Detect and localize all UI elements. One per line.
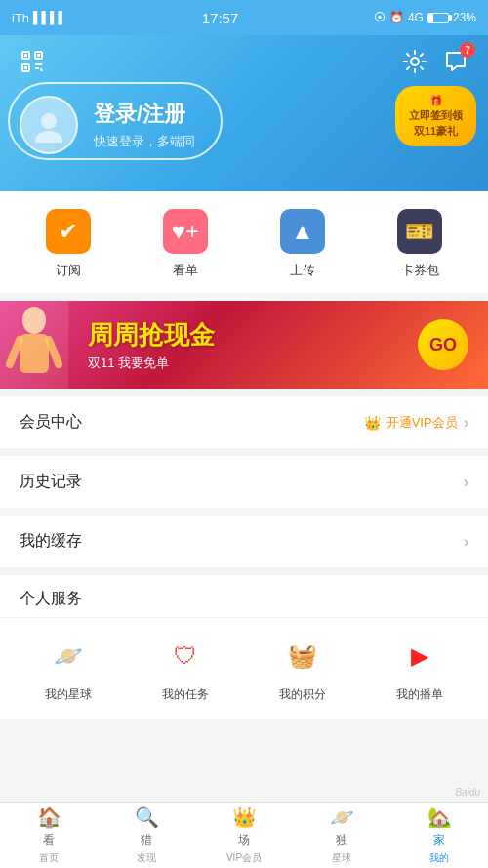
home-nav-icon: 🏠 <box>37 806 61 829</box>
vip-action-link[interactable]: 开通VIP会员 <box>386 414 458 432</box>
cache-label: 我的缓存 <box>20 531 82 552</box>
watchlist-icon: ♥+ <box>163 209 208 254</box>
action-subscribe[interactable]: ✔ 订阅 <box>46 209 91 279</box>
task-icon: 🛡 <box>163 634 208 679</box>
crown-icon: 👑 <box>364 415 381 431</box>
svg-rect-3 <box>24 54 27 57</box>
bottom-nav: 🏠 看 首页 🔍 猎 发现 👑 场 VIP会员 🪐 独 星球 🏡 家 我的 <box>0 802 488 868</box>
login-title: 登录/注册 <box>94 100 195 129</box>
planet-label: 我的星球 <box>45 686 92 703</box>
menu-section-cache: 我的缓存 › <box>0 516 488 567</box>
network-label: 4G <box>408 11 424 24</box>
settings-button[interactable] <box>398 45 431 78</box>
nav-planet-sub: 星球 <box>332 851 351 865</box>
personal-services-header: 个人服务 <box>0 575 488 618</box>
upload-label: 上传 <box>290 262 315 279</box>
message-button[interactable]: 7 <box>439 45 472 78</box>
signin-line2: 双11豪礼 <box>409 124 463 139</box>
svg-point-9 <box>411 58 419 65</box>
action-coupon[interactable]: 🎫 卡券包 <box>397 209 442 279</box>
subscribe-label: 订阅 <box>56 262 81 279</box>
points-label: 我的积分 <box>279 686 326 703</box>
scan-button[interactable] <box>16 45 49 78</box>
nav-planet[interactable]: 🪐 独 星球 <box>293 806 390 865</box>
svg-line-8 <box>41 68 42 71</box>
svg-rect-13 <box>20 334 49 373</box>
planet-nav-icon: 🪐 <box>330 806 354 829</box>
record-icon: ⦿ <box>374 11 386 24</box>
planet-icon: 🪐 <box>46 634 91 679</box>
watchlist-label: 看单 <box>173 262 198 279</box>
message-badge: 7 <box>460 42 475 58</box>
nav-mine[interactable]: 🏡 家 我的 <box>390 806 488 865</box>
nav-discover[interactable]: 🔍 猎 发现 <box>98 806 195 865</box>
action-upload[interactable]: ▲ 上传 <box>280 209 325 279</box>
header-icons-right: 7 <box>398 45 472 78</box>
svg-rect-5 <box>24 66 27 69</box>
service-task[interactable]: 🛡 我的任务 <box>162 634 209 703</box>
login-info: 登录/注册 快速登录，多端同 <box>94 100 195 150</box>
svg-point-11 <box>35 131 62 143</box>
menu-section-history: 历史记录 › <box>0 456 488 508</box>
upload-icon: ▲ <box>280 209 325 254</box>
gift-icon: 🎁 <box>409 94 463 108</box>
services-grid: 🪐 我的星球 🛡 我的任务 🧺 我的积分 ▶ 我的播单 <box>0 618 488 719</box>
task-label: 我的任务 <box>162 686 209 703</box>
history-label: 历史记录 <box>20 472 82 492</box>
nav-discover-main: 猎 <box>141 832 152 848</box>
battery-icon <box>427 13 449 23</box>
signin-banner[interactable]: 🎁 立即签到领 双11豪礼 <box>395 86 476 146</box>
banner-ad[interactable]: 周周抢现金 双11 我要免单 GO <box>0 301 488 389</box>
carrier-label: iTh <box>12 11 29 25</box>
action-watchlist[interactable]: ♥+ 看单 <box>163 209 208 279</box>
banner-go-button[interactable]: GO <box>418 319 468 370</box>
quick-actions: ✔ 订阅 ♥+ 看单 ▲ 上传 🎫 卡券包 <box>0 191 488 293</box>
nav-vip-main: 场 <box>238 832 250 848</box>
nav-home-sub: 首页 <box>39 851 59 865</box>
status-left: iTh ▌▌▌▌ <box>12 11 66 25</box>
playlist-label: 我的播单 <box>396 686 443 703</box>
service-planet[interactable]: 🪐 我的星球 <box>45 634 92 703</box>
svg-line-15 <box>49 340 59 364</box>
banner-text: 周周抢现金 双11 我要免单 <box>88 318 215 372</box>
history-item[interactable]: 历史记录 › <box>0 456 488 508</box>
nav-planet-main: 独 <box>336 832 347 848</box>
nav-discover-sub: 发现 <box>137 851 156 865</box>
header-top: 7 <box>0 35 488 88</box>
battery-pct: 23% <box>453 11 476 24</box>
svg-point-10 <box>41 113 57 129</box>
vip-center-label: 会员中心 <box>20 412 82 433</box>
avatar <box>20 96 78 154</box>
vip-nav-icon: 👑 <box>232 806 257 829</box>
subscribe-icon: ✔ <box>46 209 91 254</box>
svg-rect-4 <box>37 54 40 57</box>
vip-center-item[interactable]: 会员中心 👑 开通VIP会员 › <box>0 396 488 448</box>
discover-nav-icon: 🔍 <box>135 806 159 829</box>
nav-mine-main: 家 <box>433 832 445 848</box>
chevron-right-icon: › <box>464 474 468 491</box>
chevron-right-icon: › <box>464 414 468 432</box>
coupon-icon: 🎫 <box>397 209 442 254</box>
banner-sub-text: 双11 我要免单 <box>88 354 215 372</box>
nav-mine-sub: 我的 <box>429 851 449 865</box>
nav-vip[interactable]: 👑 场 VIP会员 <box>195 806 293 865</box>
clock-icon: ⏰ <box>389 11 404 24</box>
points-icon: 🧺 <box>280 634 325 679</box>
coupon-label: 卡券包 <box>401 262 439 279</box>
nav-home[interactable]: 🏠 看 首页 <box>0 806 98 865</box>
signal-icon: ▌▌▌▌ <box>33 11 66 24</box>
signin-line1: 立即签到领 <box>409 108 463 123</box>
menu-section-vip: 会员中心 👑 开通VIP会员 › <box>0 396 488 448</box>
svg-line-14 <box>10 340 20 364</box>
login-sub: 快速登录，多端同 <box>94 133 195 150</box>
status-right: ⦿ ⏰ 4G 23% <box>374 11 476 24</box>
mine-nav-icon: 🏡 <box>427 806 452 829</box>
playlist-icon: ▶ <box>397 634 442 679</box>
cache-item[interactable]: 我的缓存 › <box>0 516 488 567</box>
service-playlist[interactable]: ▶ 我的播单 <box>396 634 443 703</box>
nav-home-main: 看 <box>43 832 55 848</box>
service-points[interactable]: 🧺 我的积分 <box>279 634 326 703</box>
chevron-right-icon: › <box>464 533 468 551</box>
status-time: 17:57 <box>202 10 239 26</box>
nav-vip-sub: VIP会员 <box>226 851 262 865</box>
